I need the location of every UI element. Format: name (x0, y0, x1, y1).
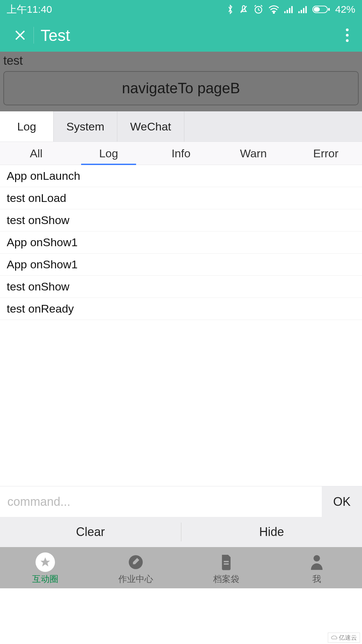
header-divider (34, 27, 34, 44)
log-entry: App onLaunch (0, 165, 362, 187)
log-entry: App onShow1 (0, 254, 362, 276)
filter-tab-all[interactable]: All (0, 142, 72, 165)
alarm-icon (253, 4, 263, 14)
log-entry: App onShow1 (0, 231, 362, 254)
svg-rect-9 (303, 8, 304, 13)
log-list[interactable]: App onLaunch test onLoad test onShow App… (0, 165, 362, 320)
nav-label: 档案袋 (213, 573, 239, 585)
filter-tab-info[interactable]: Info (145, 142, 217, 165)
app-header: Test (0, 19, 362, 52)
console-tab-system[interactable]: System (54, 111, 117, 142)
log-entry: test onReady (0, 298, 362, 320)
log-empty-space (0, 320, 362, 486)
ok-button[interactable]: OK (322, 486, 362, 517)
bluetooth-icon (227, 4, 234, 14)
svg-rect-13 (314, 7, 320, 12)
console-tabs: Log System WeChat (0, 111, 362, 142)
page-text-label: test (3, 54, 359, 68)
nav-item-portfolio[interactable]: 档案袋 (181, 547, 272, 588)
status-icons: 42% (227, 4, 355, 15)
nav-item-me[interactable]: 我 (272, 547, 362, 588)
svg-rect-12 (328, 8, 330, 11)
navigate-button[interactable]: navigateTo pageB (3, 71, 359, 105)
status-time: 上午11:40 (7, 3, 227, 16)
filter-tab-error[interactable]: Error (290, 142, 362, 165)
command-row: OK (0, 486, 362, 517)
svg-rect-10 (305, 6, 307, 13)
clear-button[interactable]: Clear (0, 517, 181, 547)
wifi-icon (268, 5, 280, 14)
svg-rect-7 (298, 11, 300, 13)
console-tab-wechat[interactable]: WeChat (117, 111, 184, 142)
nav-label: 互动圈 (32, 573, 58, 585)
svg-rect-5 (289, 8, 290, 13)
hide-button[interactable]: Hide (181, 517, 362, 547)
battery-icon (312, 5, 330, 14)
signal-sim2-icon (298, 5, 308, 13)
file-icon (217, 552, 236, 572)
svg-point-19 (313, 555, 320, 561)
svg-rect-3 (284, 11, 286, 13)
nav-label: 作业中心 (118, 573, 153, 585)
bottom-nav: 互动圈 作业中心 档案袋 我 (0, 547, 362, 588)
person-icon (307, 552, 326, 572)
filter-tab-warn[interactable]: Warn (217, 142, 290, 165)
svg-rect-4 (287, 10, 288, 13)
nav-label: 我 (312, 573, 321, 585)
svg-rect-18 (224, 564, 229, 565)
console-tab-log[interactable]: Log (0, 111, 54, 142)
star-circle-icon (36, 552, 55, 572)
battery-percent: 42% (335, 4, 355, 15)
navigate-button-label: navigateTo pageB (122, 80, 240, 97)
vibrate-silent-icon (239, 4, 249, 14)
page-title: Test (41, 26, 343, 45)
filter-tabs: All Log Info Warn Error (0, 142, 362, 165)
log-entry: test onLoad (0, 187, 362, 209)
svg-rect-17 (224, 561, 229, 562)
page-backdrop: test navigateTo pageB (0, 52, 362, 111)
log-entry: test onShow (0, 276, 362, 298)
status-bar: 上午11:40 42% (0, 0, 362, 19)
close-button[interactable] (10, 29, 30, 42)
filter-tab-log[interactable]: Log (72, 142, 145, 165)
log-entry: test onShow (0, 209, 362, 231)
svg-point-2 (273, 12, 274, 13)
nav-item-interaction[interactable]: 互动圈 (0, 547, 90, 588)
svg-rect-6 (291, 6, 293, 13)
nav-item-homework[interactable]: 作业中心 (90, 547, 181, 588)
watermark: 亿速云 (328, 633, 360, 643)
svg-rect-8 (301, 10, 302, 13)
console-actions: Clear Hide (0, 517, 362, 547)
edit-circle-icon (126, 552, 145, 572)
command-input[interactable] (0, 486, 322, 517)
signal-sim1-icon (284, 5, 294, 13)
more-menu-button[interactable] (343, 25, 352, 45)
